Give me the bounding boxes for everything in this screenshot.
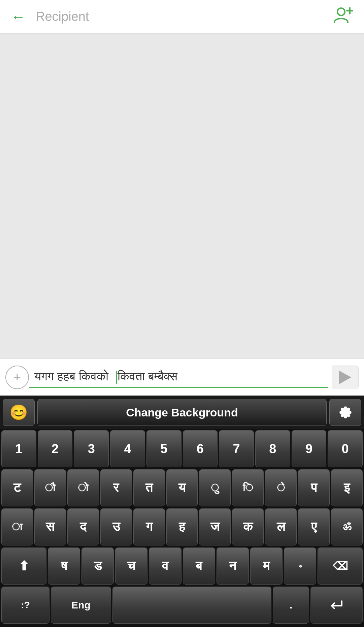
key-ae[interactable]: ए [298,508,330,545]
keyboard-settings-button[interactable] [329,399,361,426]
key-4[interactable]: 4 [110,430,145,467]
key-ta[interactable]: ट [1,469,33,506]
change-background-button[interactable]: Change Background [37,399,327,426]
key-ha[interactable]: ह [166,508,198,545]
input-bar: + यगग हहब किवको किवता बम्बैक्स [0,358,364,396]
enter-button[interactable] [310,587,363,624]
key-ya[interactable]: य [166,469,198,506]
key-1[interactable]: 1 [1,430,36,467]
key-om[interactable]: ॐ [331,508,363,545]
devanagari-row-3: ⬆ ष ड च व ब न म ॰ ⌫ [0,546,364,586]
emoji-button[interactable]: 😊 [3,399,35,426]
key-ma[interactable]: म [250,547,283,585]
svg-point-0 [337,8,345,15]
key-8[interactable]: 8 [255,430,290,467]
key-7[interactable]: 7 [219,430,254,467]
keyboard: 😊 Change Background 1 2 3 4 5 6 7 8 9 0 … [0,396,364,627]
key-6[interactable]: 6 [183,430,218,467]
key-o[interactable]: ो [67,469,99,506]
key-ja[interactable]: ज [199,508,231,545]
message-area [0,34,364,358]
key-u[interactable]: ु [199,469,231,506]
key-ba[interactable]: ब [183,547,215,585]
header: ← Recipient [0,0,364,34]
number-row: 1 2 3 4 5 6 7 8 9 0 [0,429,364,468]
send-icon [339,371,351,384]
key-cha[interactable]: च [115,547,147,585]
add-contact-button[interactable] [333,5,353,29]
key-ka[interactable]: क [232,508,264,545]
key-au[interactable]: ौ [34,469,66,506]
keyboard-bottom-row: :? Eng . [0,586,364,627]
key-u2[interactable]: उ [100,508,132,545]
key-ga[interactable]: ग [133,508,165,545]
shift-button[interactable]: ⬆ [1,547,46,585]
language-switch-button[interactable]: Eng [51,587,111,624]
delete-button[interactable]: ⌫ [318,547,363,585]
key-na[interactable]: न [217,547,249,585]
space-button[interactable] [112,587,272,624]
key-aa[interactable]: ा [1,508,33,545]
key-da[interactable]: द [67,508,99,545]
key-da2[interactable]: ड [81,547,114,585]
key-ii[interactable]: इ [331,469,363,506]
key-pa[interactable]: प [298,469,330,506]
key-5[interactable]: 5 [146,430,181,467]
enter-icon [328,598,345,612]
recipient-field[interactable]: Recipient [26,9,333,24]
key-danda[interactable]: ॰ [284,547,316,585]
send-button[interactable] [332,366,359,389]
gear-icon [337,404,354,421]
keyboard-top-row: 😊 Change Background [0,396,364,429]
devanagari-row-1: ट ौ ो र त य ु ि े प इ [0,468,364,507]
add-attachment-button[interactable]: + [5,366,29,389]
key-ta2[interactable]: त [133,469,165,506]
special-chars-button[interactable]: :? [1,587,49,624]
key-la[interactable]: ल [265,508,297,545]
message-input[interactable]: यगग हहब किवको किवता बम्बैक्स [29,367,328,387]
back-button[interactable]: ← [11,8,26,25]
key-ra[interactable]: र [100,469,132,506]
key-3[interactable]: 3 [74,430,109,467]
key-sa[interactable]: स [34,508,66,545]
key-e[interactable]: े [265,469,297,506]
key-va[interactable]: व [149,547,181,585]
period-button[interactable]: . [273,587,309,624]
key-0[interactable]: 0 [328,430,363,467]
key-9[interactable]: 9 [292,430,327,467]
key-i[interactable]: ि [232,469,264,506]
key-sha[interactable]: ष [48,547,80,585]
devanagari-row-2: ा स द उ ग ह ज क ल ए ॐ [0,507,364,546]
key-2[interactable]: 2 [38,430,73,467]
